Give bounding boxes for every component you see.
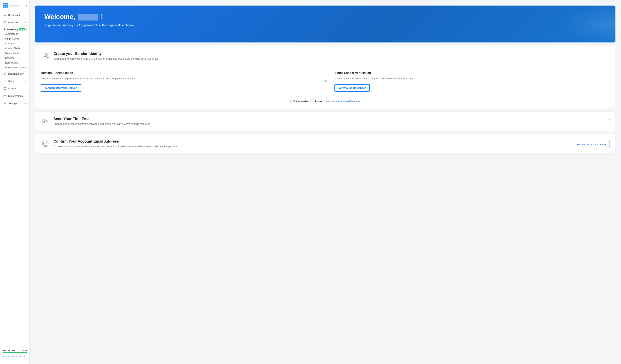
create-sender-chevron-icon[interactable]: ∨ (607, 52, 610, 56)
confirm-email-desc: To guard against spam, we limit accounts… (53, 145, 569, 148)
stats-icon (3, 79, 7, 83)
sidebar-item-suppressions[interactable]: Suppressions ▾ (1, 92, 29, 99)
single-sender-desc: A quick method for getting started sendi… (334, 77, 610, 80)
svg-point-12 (5, 103, 6, 104)
stats-label: Stats (8, 80, 14, 82)
settings-icon (3, 102, 7, 105)
sidebar-item-email-api[interactable]: Email API ▾ (1, 19, 29, 26)
sidebar-item-design-library[interactable]: Design Library (1, 70, 29, 77)
create-sender-card: Create your Sender Identity You'll need … (35, 46, 615, 108)
domain-auth-title: Domain Authentication (41, 71, 316, 75)
verify-single-sender-button[interactable]: Verify a Single Sender (334, 84, 370, 92)
sidebar-item-contacts[interactable]: Contacts (0, 41, 29, 46)
welcome-suffix: ! (101, 13, 103, 20)
sidebar-item-signup-forms[interactable]: Signup Forms (0, 51, 29, 56)
create-sender-card-header[interactable]: Create your Sender Identity You'll need … (35, 46, 615, 65)
sidebar-item-senders[interactable]: Senders (0, 56, 29, 60)
marketing-new-badge: NEW (19, 28, 25, 31)
svg-rect-4 (4, 21, 6, 23)
svg-rect-2 (3, 6, 5, 7)
sidebar-item-single-sends[interactable]: Single Sends (0, 36, 29, 41)
confirm-email-icon (41, 139, 50, 148)
sidebar: ▾ Dashboard Email API ▾ (0, 0, 30, 364)
welcome-title: Welcome, ! (44, 13, 606, 21)
resend-email-section: Resend Confirmation Email (573, 139, 610, 148)
sidebar-item-custom-fields[interactable]: Custom Fields (0, 46, 29, 51)
user-name-placeholder (78, 14, 98, 20)
sidebar-item-stats[interactable]: Stats ▾ (1, 78, 29, 85)
stats-chevron-icon: ▾ (25, 80, 26, 82)
send-email-chevron-icon[interactable]: › (609, 117, 610, 121)
activity-label: Activity (8, 87, 16, 90)
send-first-email-card-header[interactable]: Send Your First Email Choose one of thes… (35, 111, 615, 131)
sidebar-item-dashboard[interactable]: Dashboard (1, 12, 29, 18)
not-sure-row: ⊘ Not sure which to choose? Learn more a… (41, 96, 610, 103)
logo-icon (3, 3, 8, 8)
send-first-email-text: Send Your First Email Choose one of thes… (53, 117, 605, 126)
confirm-email-title: Confirm Your Account Email Address (53, 139, 569, 143)
svg-rect-5 (4, 81, 4, 82)
send-first-email-card: Send Your First Email Choose one of thes… (35, 111, 615, 131)
view-account-usage-link[interactable]: VIEW ACCOUNT USAGE (3, 356, 26, 358)
domain-auth-desc: Authenticated domain improves deliverabi… (41, 77, 316, 80)
create-sender-text: Create your Sender Identity You'll need … (53, 51, 604, 60)
marketing-chevron-icon: ▾ (26, 29, 27, 31)
sidebar-logo: ▾ (0, 0, 29, 11)
svg-point-16 (43, 142, 47, 145)
question-icon: ⊘ (290, 100, 292, 103)
svg-rect-6 (5, 80, 5, 82)
sidebar-item-notifications[interactable]: Notifications (0, 60, 29, 65)
email-api-chevron-icon: ▾ (25, 21, 26, 23)
single-sender-section: Single Sender Verification A quick metho… (329, 71, 610, 92)
reputation-bar (3, 352, 27, 353)
send-first-email-desc: Choose one of these common ways to send … (53, 123, 605, 126)
email-icon (3, 21, 7, 24)
reputation-fill (3, 352, 27, 353)
confirm-email-text: Confirm Your Account Email Address To gu… (53, 139, 569, 148)
single-sender-title: Single Sender Verification (334, 71, 610, 75)
brush-icon (3, 72, 7, 75)
welcome-prefix: Welcome, (44, 13, 75, 20)
authenticate-domain-button[interactable]: Authenticate your Domain (41, 84, 81, 92)
svg-point-15 (42, 141, 48, 147)
block-icon (3, 94, 7, 97)
sidebar-item-marketing[interactable]: Marketing NEW ▾ (0, 26, 29, 32)
send-first-email-title: Send Your First Email (53, 117, 605, 121)
sender-identity-icon (41, 51, 50, 60)
settings-label: Settings (8, 102, 17, 105)
sidebar-item-automations[interactable]: Automations (0, 32, 29, 36)
reputation-value: 100% (22, 349, 27, 351)
svg-rect-0 (3, 4, 5, 5)
create-sender-desc: You'll need to verify ownership of a dom… (53, 57, 604, 60)
email-api-label: Email API (8, 21, 18, 24)
sidebar-item-settings[interactable]: Settings ▾ (1, 100, 29, 107)
design-library-label: Design Library (8, 72, 24, 75)
create-sender-title: Create your Sender Identity (53, 51, 604, 56)
svg-rect-3 (5, 15, 6, 16)
confirm-email-inner: Confirm Your Account Email Address To gu… (35, 134, 615, 153)
or-label: OR (324, 79, 327, 84)
suppressions-label: Suppressions (8, 95, 23, 97)
main-content: Welcome, ! To get up and running quickly… (30, 0, 621, 364)
domain-auth-section: Domain Authentication Authenticated doma… (41, 71, 322, 92)
svg-rect-11 (4, 95, 6, 97)
sidebar-item-unsubscribe-groups[interactable]: Unsubscribe Groups (0, 65, 29, 70)
marketing-label: Marketing (7, 28, 18, 31)
not-sure-text: Not sure which to choose? (293, 100, 324, 103)
org-chevron-icon: ▾ (26, 5, 27, 7)
suppressions-chevron-icon: ▾ (25, 95, 26, 97)
sidebar-item-activity[interactable]: Activity (1, 85, 29, 92)
learn-more-link[interactable]: Learn more about the differences. (325, 100, 361, 103)
welcome-subtitle: To get up and running quickly, please fo… (44, 24, 606, 27)
settings-chevron-icon: ▾ (25, 102, 26, 104)
megaphone-icon (3, 28, 6, 31)
auth-options: Domain Authentication Authenticated doma… (41, 71, 610, 92)
activity-icon (3, 87, 7, 90)
resend-confirmation-email-button[interactable]: Resend Confirmation Email (573, 141, 610, 148)
confirm-email-card: Confirm Your Account Email Address To gu… (35, 134, 615, 154)
home-icon (3, 13, 7, 17)
svg-rect-7 (6, 80, 6, 82)
dashboard-label: Dashboard (8, 14, 20, 16)
create-sender-card-body: Domain Authentication Authenticated doma… (35, 65, 615, 108)
send-email-icon (41, 117, 50, 126)
